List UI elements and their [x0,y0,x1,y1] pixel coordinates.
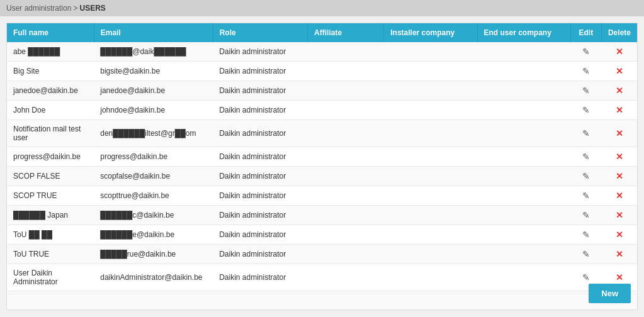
edit-icon[interactable]: ✎ [582,272,590,282]
users-table: Full name Email Role Affiliate Installer… [7,23,637,294]
table-row: User Daikin AffiliatedaikinAffiliate@dai… [7,291,637,294]
col-header-installer: Installer company [384,23,477,42]
delete-icon[interactable]: ✕ [616,210,623,220]
col-header-role: Role [213,23,307,42]
table-row: SCOP FALSEscopfalse@daikin.beDaikin admi… [7,167,637,186]
edit-icon[interactable]: ✎ [582,191,590,201]
delete-icon[interactable]: ✕ [616,191,623,201]
table-row: ██████ Japan██████c@daikin.beDaikin admi… [7,206,637,225]
edit-icon[interactable]: ✎ [582,210,590,220]
breadcrumb-current: USERS [80,4,106,13]
table-header-row: Full name Email Role Affiliate Installer… [7,23,637,42]
edit-icon[interactable]: ✎ [582,66,590,76]
delete-icon[interactable]: ✕ [616,230,623,240]
col-header-delete: Delete [601,23,637,42]
table-row: ToU ██ ████████e@daikin.beDaikin adminis… [7,225,637,245]
col-header-enduser: End user company [477,23,570,42]
edit-icon[interactable]: ✎ [582,86,590,96]
edit-icon[interactable]: ✎ [582,249,590,259]
table-row: janedoe@daikin.bejanedoe@daikin.beDaikin… [7,81,637,101]
table-row: User Daikin AdministratordaikinAdministr… [7,264,637,291]
table-scroll-area[interactable]: Full name Email Role Affiliate Installer… [7,23,637,294]
breadcrumb-parent: User administration [6,4,71,13]
delete-icon[interactable]: ✕ [616,47,623,57]
table-row: John Doejohndoe@daikin.beDaikin administ… [7,101,637,120]
table-row: ToU TRUE█████rue@daikin.beDaikin adminis… [7,245,637,264]
delete-icon[interactable]: ✕ [616,66,623,76]
table-row: progress@daikin.beprogress@daikin.beDaik… [7,147,637,167]
col-header-edit: Edit [570,23,601,42]
edit-icon[interactable]: ✎ [582,47,590,57]
bottom-bar: New [7,294,637,309]
delete-icon[interactable]: ✕ [616,272,623,282]
new-button[interactable]: New [589,284,631,303]
edit-icon[interactable]: ✎ [582,171,590,181]
edit-icon[interactable]: ✎ [582,230,590,240]
delete-icon[interactable]: ✕ [616,152,623,162]
table-row: Notification mail test userden██████ilte… [7,120,637,147]
delete-icon[interactable]: ✕ [616,105,623,115]
edit-icon[interactable]: ✎ [582,105,590,115]
breadcrumb-bar: User administration > USERS [0,0,644,16]
col-header-affiliate: Affiliate [308,23,384,42]
edit-icon[interactable]: ✎ [582,152,590,162]
col-header-fullname: Full name [7,23,94,42]
delete-icon[interactable]: ✕ [616,128,623,138]
table-row: Big Sitebigsite@daikin.beDaikin administ… [7,62,637,81]
delete-icon[interactable]: ✕ [616,86,623,96]
delete-icon[interactable]: ✕ [616,171,623,181]
edit-icon[interactable]: ✎ [582,128,590,138]
page-container: Full name Email Role Affiliate Installer… [6,23,638,310]
table-row: SCOP TRUEscopttrue@daikin.beDaikin admin… [7,186,637,206]
col-header-email: Email [94,23,213,42]
delete-icon[interactable]: ✕ [616,249,623,259]
table-row: abe ████████████@daik██████Daikin admini… [7,42,637,62]
breadcrumb-separator: > [73,4,77,13]
